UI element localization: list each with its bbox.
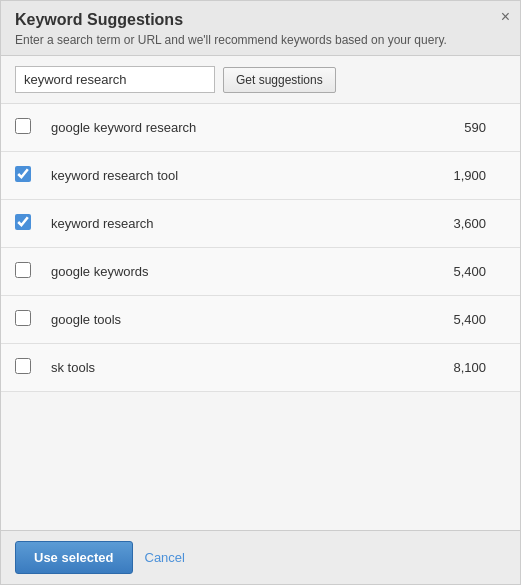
volume-cell: 590 bbox=[446, 120, 506, 135]
keyword-cell: google keyword research bbox=[43, 120, 446, 135]
keyword-cell: keyword research tool bbox=[43, 168, 446, 183]
table-row[interactable]: google keywords5,400 bbox=[1, 248, 520, 296]
dialog-title: Keyword Suggestions bbox=[15, 11, 506, 29]
volume-cell: 5,400 bbox=[446, 312, 506, 327]
table-row[interactable]: google tools5,400 bbox=[1, 296, 520, 344]
keyword-cell: google keywords bbox=[43, 264, 446, 279]
use-selected-button[interactable]: Use selected bbox=[15, 541, 133, 574]
keyword-cell: sk tools bbox=[43, 360, 446, 375]
row-checkbox[interactable] bbox=[15, 118, 31, 134]
keyword-cell: google tools bbox=[43, 312, 446, 327]
keyword-cell: keyword research bbox=[43, 216, 446, 231]
dialog-footer: Use selected Cancel bbox=[1, 530, 520, 584]
row-checkbox[interactable] bbox=[15, 214, 31, 230]
search-bar: Get suggestions bbox=[1, 56, 520, 104]
volume-cell: 8,100 bbox=[446, 360, 506, 375]
row-checkbox[interactable] bbox=[15, 262, 31, 278]
keyword-suggestions-dialog: Keyword Suggestions Enter a search term … bbox=[0, 0, 521, 585]
table-row[interactable]: google keyword research590 bbox=[1, 104, 520, 152]
dialog-subtitle: Enter a search term or URL and we'll rec… bbox=[15, 33, 506, 47]
table-row[interactable]: keyword research3,600 bbox=[1, 200, 520, 248]
checkbox-cell bbox=[15, 118, 43, 137]
table-row[interactable]: keyword research tool1,900 bbox=[1, 152, 520, 200]
volume-cell: 3,600 bbox=[446, 216, 506, 231]
close-button[interactable]: × bbox=[501, 9, 510, 25]
table-row[interactable]: sk tools8,100 bbox=[1, 344, 520, 392]
row-checkbox[interactable] bbox=[15, 166, 31, 182]
row-checkbox[interactable] bbox=[15, 310, 31, 326]
checkbox-cell bbox=[15, 310, 43, 329]
volume-cell: 5,400 bbox=[446, 264, 506, 279]
search-input[interactable] bbox=[15, 66, 215, 93]
dialog-header: Keyword Suggestions Enter a search term … bbox=[1, 1, 520, 56]
checkbox-cell bbox=[15, 214, 43, 233]
checkbox-cell bbox=[15, 358, 43, 377]
results-area[interactable]: google keyword research590keyword resear… bbox=[1, 104, 520, 530]
checkbox-cell bbox=[15, 262, 43, 281]
cancel-button[interactable]: Cancel bbox=[145, 550, 185, 565]
checkbox-cell bbox=[15, 166, 43, 185]
volume-cell: 1,900 bbox=[446, 168, 506, 183]
get-suggestions-button[interactable]: Get suggestions bbox=[223, 67, 336, 93]
row-checkbox[interactable] bbox=[15, 358, 31, 374]
